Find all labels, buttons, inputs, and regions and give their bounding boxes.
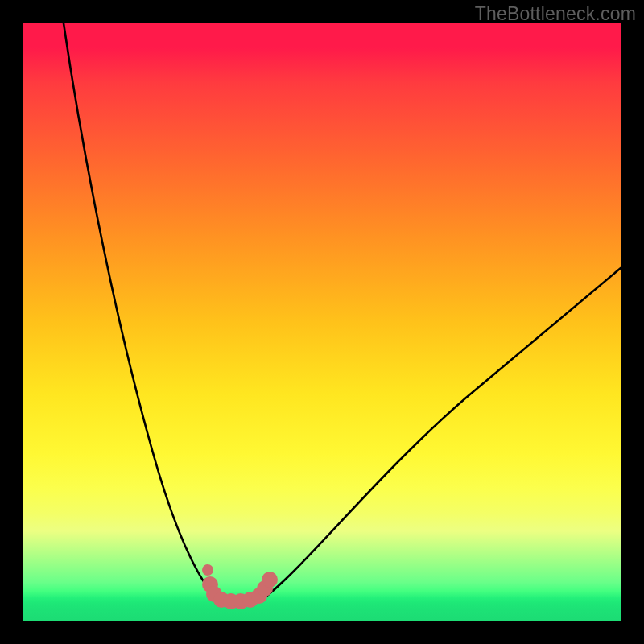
left-branch-curve bbox=[64, 23, 213, 596]
plot-area bbox=[23, 23, 621, 621]
highlighted-points bbox=[202, 564, 278, 609]
right-branch-curve bbox=[265, 268, 621, 597]
watermark-text: TheBottleneck.com bbox=[475, 3, 636, 25]
chart-frame: TheBottleneck.com bbox=[0, 0, 644, 644]
svg-point-9 bbox=[262, 572, 278, 588]
svg-point-0 bbox=[202, 564, 213, 576]
chart-svg bbox=[23, 23, 621, 621]
